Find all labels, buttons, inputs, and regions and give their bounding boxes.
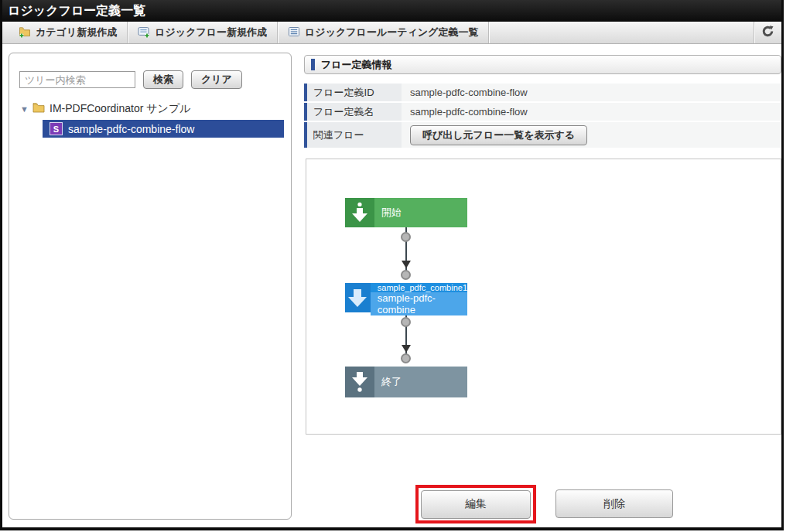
- end-node: 終了: [345, 367, 467, 397]
- flow-definition-info-header: フロー定義情報: [304, 55, 781, 74]
- folder-plus-icon: [19, 26, 31, 40]
- table-row: 関連フロー 呼び出し元フロー一覧を表示する: [304, 122, 781, 148]
- folder-icon: [32, 102, 45, 116]
- toolbar-spacer: [489, 22, 754, 43]
- flow-id-label: フロー定義ID: [304, 84, 402, 101]
- start-arrow-icon: [345, 198, 374, 227]
- connector-arrow-icon: [402, 261, 411, 268]
- edit-highlight-annotation: 編集: [415, 485, 536, 523]
- tree-item-selected[interactable]: S sample-pdfc-combine-flow: [43, 120, 284, 138]
- task-node-id: sample_pdfc_combine1: [371, 283, 467, 292]
- connector-dot: [401, 232, 411, 242]
- flow-definition-table: フロー定義ID sample-pdfc-combine-flow フロー定義名 …: [304, 84, 781, 149]
- toolbar: カテゴリ新規作成 ロジックフロー新規作成: [2, 22, 781, 44]
- flow-new-icon: [138, 26, 150, 40]
- task-node: sample_pdfc_combine1 sample-pdfc-combine: [345, 283, 467, 312]
- page-title: ロジックフロー定義一覧: [0, 0, 784, 22]
- connector-dot: [401, 317, 411, 327]
- tree-panel: 検索 クリア ▼ IM-PDFCoordinator サンプル S sample…: [9, 53, 292, 520]
- table-row: フロー定義名 sample-pdfc-combine-flow: [304, 103, 781, 121]
- flow-name-label: フロー定義名: [304, 103, 402, 121]
- tree-search-row: 検索 クリア: [19, 70, 291, 89]
- new-category-button[interactable]: カテゴリ新規作成: [9, 22, 128, 43]
- end-node-label: 終了: [374, 367, 467, 397]
- end-arrow-icon: [345, 367, 374, 397]
- refresh-button[interactable]: [754, 22, 781, 43]
- delete-button[interactable]: 削除: [555, 489, 673, 518]
- flow-name-value: sample-pdfc-combine-flow: [402, 103, 781, 121]
- list-icon: [288, 26, 300, 40]
- window-border-left: [0, 0, 2, 530]
- category-tree: ▼ IM-PDFCoordinator サンプル S sample-pdfc-c…: [9, 100, 291, 138]
- window-border-right: [781, 0, 784, 530]
- accent-bar: [311, 59, 315, 70]
- caret-down-icon[interactable]: ▼: [20, 104, 32, 114]
- routing-definition-list-button[interactable]: ロジックフロールーティング定義一覧: [278, 22, 489, 43]
- start-node-label: 開始: [374, 198, 467, 227]
- new-category-label: カテゴリ新規作成: [36, 26, 117, 39]
- app-window: ロジックフロー定義一覧 カテゴリ新規作成: [0, 0, 793, 532]
- tree-folder-row[interactable]: ▼ IM-PDFCoordinator サンプル: [9, 100, 291, 118]
- tree-item-label: sample-pdfc-combine-flow: [68, 123, 194, 135]
- flow-preview-panel: 開始 sample_pdfc_combine1 sample-pdfc-comb…: [306, 159, 781, 435]
- connector-arrow-icon: [402, 345, 411, 353]
- section-title: フロー定義情報: [321, 58, 392, 72]
- routing-definition-list-label: ロジックフロールーティング定義一覧: [305, 26, 478, 39]
- tree-folder-label: IM-PDFCoordinator サンプル: [50, 102, 191, 116]
- refresh-icon: [761, 25, 774, 41]
- tree-search-input[interactable]: [19, 71, 135, 88]
- show-caller-flows-button[interactable]: 呼び出し元フロー一覧を表示する: [410, 125, 587, 145]
- clear-button[interactable]: クリア: [191, 70, 242, 89]
- new-logicflow-label: ロジックフロー新規作成: [155, 26, 267, 39]
- table-row: フロー定義ID sample-pdfc-combine-flow: [304, 84, 781, 101]
- connector-dot: [401, 353, 411, 363]
- start-node: 開始: [345, 198, 467, 227]
- window-border-bottom: [0, 527, 784, 530]
- task-arrow-icon: [345, 283, 371, 312]
- related-flow-label: 関連フロー: [304, 122, 402, 148]
- flow-id-value: sample-pdfc-combine-flow: [402, 84, 781, 101]
- connector-dot: [401, 270, 411, 280]
- new-logicflow-button[interactable]: ロジックフロー新規作成: [128, 22, 278, 43]
- search-button[interactable]: 検索: [143, 70, 183, 89]
- task-node-name: sample-pdfc-combine: [371, 292, 467, 315]
- logicflow-type-icon: S: [50, 122, 63, 135]
- edit-button[interactable]: 編集: [421, 490, 531, 519]
- task-node-labels: sample_pdfc_combine1 sample-pdfc-combine: [371, 283, 467, 312]
- related-flow-value: 呼び出し元フロー一覧を表示する: [402, 122, 781, 148]
